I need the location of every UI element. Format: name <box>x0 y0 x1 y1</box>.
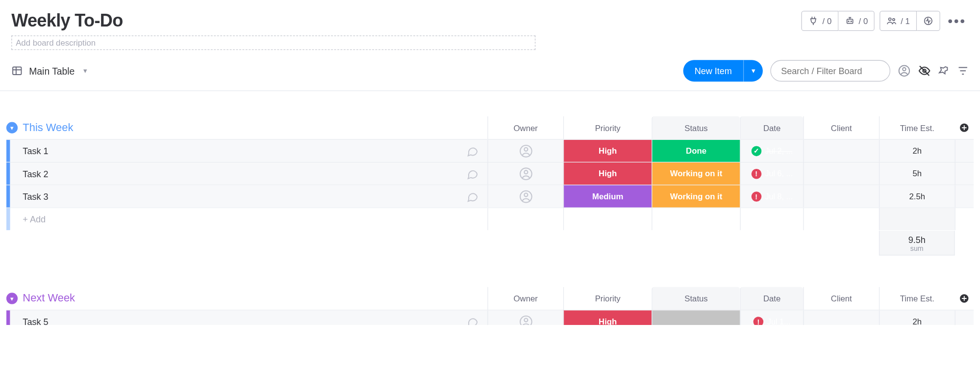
conversation-button[interactable] <box>466 167 479 180</box>
column-header-date[interactable]: Date <box>740 116 804 139</box>
task-name-cell[interactable]: Task 3 <box>10 185 488 207</box>
status-cell[interactable]: Done <box>652 140 740 162</box>
owner-cell[interactable] <box>487 185 563 207</box>
column-header-priority[interactable]: Priority <box>563 116 652 139</box>
date-text: Jul 6, ... <box>765 169 793 178</box>
automations-pill[interactable]: / 0 <box>838 11 875 31</box>
integrations-count: / 0 <box>823 16 832 26</box>
date-cell[interactable]: ! Jul 6, ... <box>740 162 804 185</box>
status-cell[interactable]: Working on it <box>652 162 740 185</box>
plug-icon <box>808 16 819 26</box>
add-column-button[interactable] <box>955 116 974 139</box>
chat-icon <box>466 315 479 325</box>
table-row[interactable]: Task 5 High ! Jul 1... 2h <box>6 310 974 325</box>
activity-pill[interactable] <box>917 11 940 31</box>
filter-button[interactable] <box>957 65 969 77</box>
column-header-time[interactable]: Time Est. <box>879 287 955 310</box>
conversation-button[interactable] <box>466 190 479 203</box>
column-header-client[interactable]: Client <box>803 116 879 139</box>
priority-cell[interactable]: Medium <box>563 185 652 207</box>
group-title[interactable]: This Week <box>23 121 73 134</box>
hide-columns-button[interactable] <box>918 64 931 77</box>
more-menu-button[interactable]: ••• <box>945 10 969 32</box>
pin-button[interactable] <box>938 65 950 77</box>
new-item-dropdown[interactable]: ▾ <box>743 60 763 81</box>
view-name: Main Table <box>29 65 75 76</box>
row-color-bar <box>6 140 10 162</box>
automations-count: / 0 <box>859 16 868 26</box>
priority-cell[interactable]: High <box>563 162 652 185</box>
add-item-row[interactable]: + Add <box>6 207 974 230</box>
date-cell[interactable]: ✓ Jul 2, ... <box>740 140 804 162</box>
empty-cell <box>563 208 652 230</box>
conversation-button[interactable] <box>466 144 479 157</box>
task-name: Task 2 <box>23 168 48 179</box>
row-color-bar <box>6 208 10 230</box>
client-cell[interactable] <box>803 185 879 207</box>
task-name-cell[interactable]: Task 5 <box>10 310 488 325</box>
group-collapse-toggle[interactable]: ▾ <box>6 122 18 134</box>
owner-cell[interactable] <box>487 310 563 325</box>
person-circle-icon <box>519 144 532 158</box>
table-row[interactable]: Task 3 Medium Working on it ! Jul 8, ...… <box>6 185 974 207</box>
person-circle-icon <box>519 189 532 203</box>
group-title[interactable]: Next Week <box>23 292 75 305</box>
status-cell[interactable] <box>652 310 740 325</box>
svg-point-3 <box>889 18 891 20</box>
column-header-client[interactable]: Client <box>803 287 879 310</box>
new-item-button[interactable]: New Item ▾ <box>683 60 762 81</box>
client-cell[interactable] <box>803 310 879 325</box>
owner-cell[interactable] <box>487 162 563 185</box>
column-header-date[interactable]: Date <box>740 287 804 310</box>
column-header-priority[interactable]: Priority <box>563 287 652 310</box>
svg-point-2 <box>851 21 852 22</box>
time-sum-box: 9.5h sum <box>879 231 955 255</box>
date-cell[interactable]: ! Jul 8, ... <box>740 185 804 207</box>
time-est-cell[interactable]: 5h <box>879 162 955 185</box>
date-status-badge: ✓ <box>751 146 761 156</box>
table-row[interactable]: Task 2 High Working on it ! Jul 6, ... 5… <box>6 162 974 185</box>
time-est-cell[interactable]: 2h <box>879 310 955 325</box>
pin-icon <box>938 65 950 77</box>
owner-cell[interactable] <box>487 140 563 162</box>
board-description-input[interactable]: Add board description <box>11 35 535 50</box>
time-est-cell[interactable]: 2.5h <box>879 185 955 207</box>
client-cell[interactable] <box>803 140 879 162</box>
add-column-button[interactable] <box>955 287 974 310</box>
members-pill[interactable]: / 1 <box>880 11 917 31</box>
column-header-owner[interactable]: Owner <box>487 287 563 310</box>
svg-rect-6 <box>13 67 21 75</box>
row-end-spacer <box>955 162 974 185</box>
time-sum-value: 9.5h <box>879 235 954 245</box>
status-cell[interactable]: Working on it <box>652 185 740 207</box>
column-header-status[interactable]: Status <box>652 287 740 310</box>
members-pill-group: / 1 <box>880 11 940 31</box>
empty-cell <box>955 208 974 230</box>
group-collapse-toggle[interactable]: ▾ <box>6 293 18 304</box>
time-est-cell[interactable]: 2h <box>879 140 955 162</box>
date-cell[interactable]: ! Jul 1... <box>740 310 804 325</box>
task-name-cell[interactable]: Task 2 <box>10 162 488 185</box>
empty-cell <box>879 208 955 230</box>
person-filter-button[interactable] <box>898 64 911 77</box>
priority-cell[interactable]: High <box>563 140 652 162</box>
integrations-pill[interactable]: / 0 <box>802 11 838 31</box>
conversation-button[interactable] <box>466 315 479 325</box>
add-item-label[interactable]: + Add <box>10 208 488 230</box>
board-title[interactable]: Weekly To-Do <box>11 11 123 31</box>
date-text: Jul 1... <box>767 317 790 325</box>
task-name: Task 3 <box>23 191 48 202</box>
person-circle-icon <box>519 315 532 325</box>
integrations-pill-group: / 0 / 0 <box>802 11 875 31</box>
column-header-status[interactable]: Status <box>652 116 740 139</box>
search-input[interactable] <box>770 60 890 81</box>
svg-point-1 <box>848 21 849 22</box>
priority-cell[interactable]: High <box>563 310 652 325</box>
robot-icon <box>845 16 855 26</box>
task-name-cell[interactable]: Task 1 <box>10 140 488 162</box>
column-header-owner[interactable]: Owner <box>487 116 563 139</box>
client-cell[interactable] <box>803 162 879 185</box>
view-switcher[interactable]: Main Table ▾ <box>11 65 87 77</box>
table-row[interactable]: Task 1 High Done ✓ Jul 2, ... 2h <box>6 139 974 162</box>
column-header-time[interactable]: Time Est. <box>879 116 955 139</box>
